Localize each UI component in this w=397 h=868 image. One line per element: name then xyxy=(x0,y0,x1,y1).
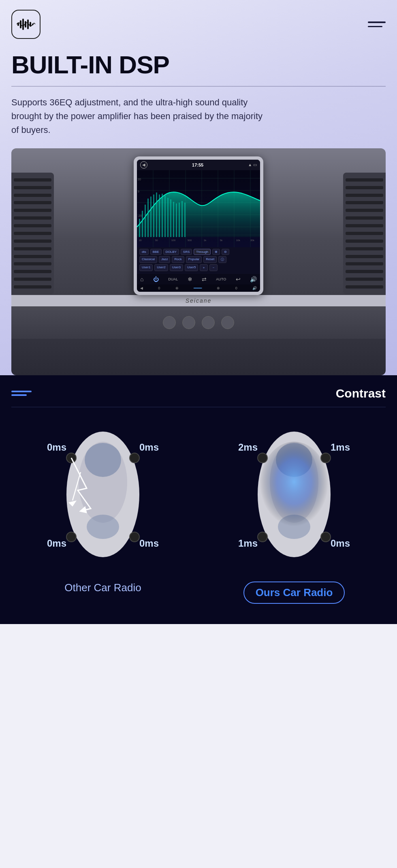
title-divider xyxy=(11,86,386,87)
preset-icon1[interactable]: ⊕ xyxy=(212,249,220,255)
preset-classical[interactable]: Classical xyxy=(139,256,157,263)
hamburger-menu[interactable] xyxy=(368,21,386,27)
svg-text:-20: -20 xyxy=(138,214,142,217)
screen-bottom-back[interactable]: ◀ xyxy=(140,286,143,290)
screen-mode[interactable]: ⊗ xyxy=(217,286,220,290)
preset-user5[interactable]: User5 xyxy=(185,264,198,271)
our-ms-bottom-right: 0ms xyxy=(331,538,350,549)
right-vent xyxy=(343,173,386,294)
chassis-bottom xyxy=(11,306,386,339)
eq-controls: dts BBE DOLBY SRS Through ⊕ ⊖ Classical … xyxy=(137,247,260,274)
svg-text:9: 9 xyxy=(138,190,139,193)
eq-svg: 20 50 100 500 1k 5k 10k 20k 20 9 -20 xyxy=(137,170,260,247)
svg-rect-35 xyxy=(181,201,183,237)
svg-rect-25 xyxy=(153,195,154,237)
other-ms-bottom-right: 0ms xyxy=(139,538,159,549)
svg-text:20: 20 xyxy=(139,239,142,242)
svg-rect-2 xyxy=(22,19,24,30)
svg-rect-33 xyxy=(176,203,177,237)
nav-ac[interactable]: ❄ xyxy=(188,276,192,282)
hero-section: BUILT-IN DSP Supports 36EQ adjustment, a… xyxy=(0,0,397,375)
preset-user2[interactable]: User2 xyxy=(154,264,168,271)
contrast-divider xyxy=(11,407,386,407)
svg-rect-29 xyxy=(164,195,166,237)
preset-bbe[interactable]: BBE xyxy=(150,249,162,255)
back-button[interactable]: ◀ xyxy=(140,161,147,169)
chassis-btn-4[interactable] xyxy=(221,316,234,329)
svg-text:50: 50 xyxy=(155,239,158,242)
preset-info[interactable]: ⓘ xyxy=(218,256,226,263)
other-ms-top-right: 0ms xyxy=(139,442,159,453)
our-ms-top-right: 1ms xyxy=(331,442,350,453)
preset-user1[interactable]: User1 xyxy=(139,264,153,271)
screen-source[interactable]: ⊕ xyxy=(175,286,179,290)
svg-rect-36 xyxy=(184,203,186,237)
preset-rock[interactable]: Rock xyxy=(172,256,184,263)
screen-temp2: ━━━━ xyxy=(194,286,202,290)
nav-home[interactable]: ⌂ xyxy=(140,276,143,282)
preset-srs[interactable]: SRS xyxy=(181,249,192,255)
our-ms-bottom-left: 1ms xyxy=(238,538,258,549)
preset-icon2[interactable]: ⊖ xyxy=(222,249,229,255)
contrast-header: Contrast xyxy=(11,375,386,407)
chassis-btn-3[interactable] xyxy=(202,316,215,329)
other-car-diagram: 0ms 0ms 0ms 0ms xyxy=(46,419,160,573)
screen-inner: ◀ 17:55 ▲ ▭ xyxy=(137,160,260,292)
svg-rect-30 xyxy=(167,198,169,237)
contrast-title: Contrast xyxy=(336,387,386,400)
nav-arrow[interactable]: ↩ xyxy=(236,276,241,282)
nav-vol-up[interactable]: 🔊 xyxy=(250,276,257,282)
other-car-ms-overlay: 0ms 0ms 0ms 0ms xyxy=(46,419,160,573)
nav-fan[interactable]: ⇄ xyxy=(202,276,207,282)
other-ms-bottom-left: 0ms xyxy=(47,538,66,549)
preset-add[interactable]: ＋ xyxy=(200,264,208,271)
eq-display: 20 50 100 500 1k 5k 10k 20k 20 9 -20 xyxy=(137,170,260,247)
chassis-btn-1[interactable] xyxy=(163,316,176,329)
svg-text:100: 100 xyxy=(171,239,176,242)
svg-text:500: 500 xyxy=(188,239,192,242)
left-vent xyxy=(11,173,54,294)
preset-minus[interactable]: － xyxy=(209,264,218,271)
nav-power[interactable]: ⏻ xyxy=(153,276,159,282)
screen-bezel: ◀ 17:55 ▲ ▭ xyxy=(134,156,263,295)
chassis-btn-2[interactable] xyxy=(182,316,195,329)
svg-rect-32 xyxy=(173,202,174,237)
nav-auto[interactable]: AUTO xyxy=(216,277,226,281)
preset-dts[interactable]: dts xyxy=(139,249,149,255)
svg-rect-22 xyxy=(145,205,146,237)
car-dashboard: ◀ 17:55 ▲ ▭ xyxy=(11,148,386,375)
preset-jazz[interactable]: Jazz xyxy=(159,256,170,263)
svg-rect-34 xyxy=(179,203,180,237)
preset-dolby[interactable]: DOLBY xyxy=(163,249,179,255)
brand-bar: Seicane xyxy=(11,295,386,306)
logo xyxy=(11,10,41,39)
our-car-ms-overlay: 2ms 1ms 1ms 0ms xyxy=(237,419,351,573)
preset-through[interactable]: Through xyxy=(194,249,211,255)
contrast-lines xyxy=(11,391,32,396)
svg-text:10k: 10k xyxy=(236,239,241,242)
screen-bottom: ◀ 0 ⊕ ━━━━ ⊗ 0 🔊 xyxy=(137,284,260,292)
svg-rect-26 xyxy=(156,192,157,237)
svg-text:1k: 1k xyxy=(204,239,207,242)
eq-preset-row-2: Classical Jazz Rock Popular Reset ⓘ xyxy=(139,256,258,263)
svg-rect-20 xyxy=(139,219,140,237)
our-car-diagram: 2ms 1ms 1ms 0ms xyxy=(237,419,351,573)
header-bar xyxy=(11,0,386,47)
svg-rect-23 xyxy=(147,199,149,237)
our-ms-top-left: 2ms xyxy=(238,442,258,453)
screen-vol[interactable]: 🔊 xyxy=(252,286,257,290)
nav-dual[interactable]: DUAL xyxy=(168,277,178,281)
preset-user3[interactable]: User3 xyxy=(170,264,183,271)
other-car-item: 0ms 0ms 0ms 0ms Other Car Radio xyxy=(11,419,194,604)
contrast-section: Contrast xyxy=(0,375,397,624)
screen-time: 17:55 xyxy=(192,162,203,167)
preset-popular[interactable]: Popular xyxy=(186,256,202,263)
svg-rect-28 xyxy=(162,194,163,237)
preset-reset[interactable]: Reset xyxy=(203,256,217,263)
car-comparison: 0ms 0ms 0ms 0ms Other Car Radio xyxy=(11,419,386,604)
eq-preset-row-3: User1 User2 User3 User5 ＋ － xyxy=(139,264,258,271)
logo-icon xyxy=(17,18,35,31)
other-car-label: Other Car Radio xyxy=(64,582,141,594)
svg-text:5k: 5k xyxy=(220,239,223,242)
screen-icons: ▲ ▭ xyxy=(248,162,257,167)
